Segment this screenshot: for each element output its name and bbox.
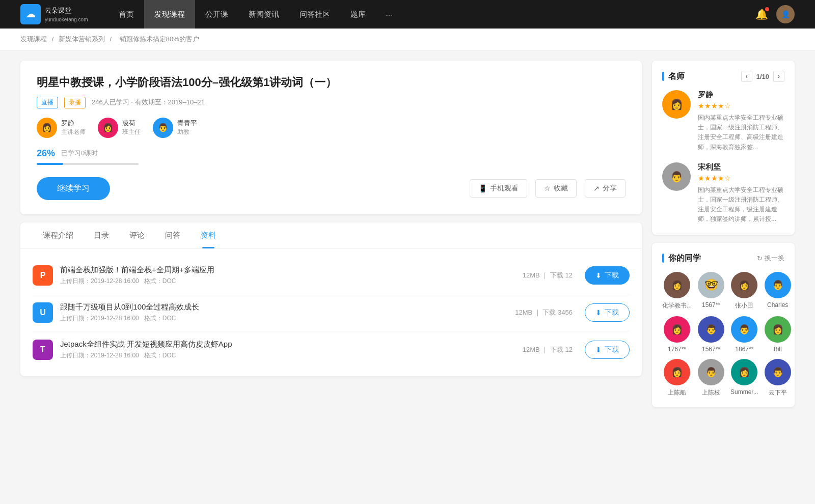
classmate-1[interactable]: 👩 化学教书... bbox=[662, 272, 692, 310]
star-icon: ☆ bbox=[544, 184, 551, 192]
sidebar-teachers-card: 名师 ‹ 1/10 › 👩 罗静 ★★★★☆ 国内某重点大学安全工程专业硕士，国… bbox=[652, 61, 795, 235]
classmate-3[interactable]: 👩 张小田 bbox=[730, 272, 758, 310]
teacher-2-avatar: 👩 bbox=[98, 118, 118, 138]
file-item-1: P 前端全栈加强版！前端全栈+全周期+多端应用 上传日期：2019-12-28 … bbox=[33, 257, 630, 294]
refresh-classmates-button[interactable]: ↻ 换一换 bbox=[757, 254, 784, 263]
breadcrumb-current: 销冠修炼术搞定80%的客户 bbox=[120, 35, 199, 43]
course-meta: 直播 录播 246人已学习 · 有效期至：2019–10–21 bbox=[37, 97, 626, 108]
logo-icon: ☁ bbox=[20, 4, 41, 24]
teacher-3-avatar: 👨 bbox=[153, 118, 173, 138]
mobile-icon: 📱 bbox=[478, 184, 487, 192]
sidebar-teacher-1-stars: ★★★★☆ bbox=[698, 102, 784, 110]
teacher-1-role: 主讲老师 bbox=[61, 128, 86, 136]
file-meta-3: 上传日期：2019-12-28 16:00 格式：DOC bbox=[60, 351, 523, 360]
progress-bar-bg bbox=[37, 163, 139, 165]
nav-item-quiz[interactable]: 题库 bbox=[340, 0, 376, 29]
tab-catalog[interactable]: 目录 bbox=[84, 222, 119, 248]
progress-label: 已学习0课时 bbox=[61, 149, 98, 158]
file-stats-2: 12MB ｜ 下载 3456 bbox=[515, 308, 573, 317]
logo[interactable]: ☁ 云朵课堂yunduoketang.com bbox=[20, 4, 88, 24]
classmate-7-avatar: 👨 bbox=[731, 316, 757, 343]
tabs-content: P 前端全栈加强版！前端全栈+全周期+多端应用 上传日期：2019-12-28 … bbox=[20, 249, 642, 376]
sidebar-teacher-1-desc: 国内某重点大学安全工程专业硕士，国家一级注册消防工程师、注册安全工程师、高级注册… bbox=[698, 113, 784, 152]
classmate-8-name: Bill bbox=[774, 346, 782, 353]
title-bar-icon bbox=[662, 72, 664, 81]
file-name-1: 前端全栈加强版！前端全栈+全周期+多端应用 bbox=[60, 265, 523, 275]
tab-comment[interactable]: 评论 bbox=[119, 222, 155, 248]
file-icon-1: P bbox=[33, 265, 53, 286]
progress-section: 26% 已学习0课时 bbox=[37, 148, 626, 165]
nav-item-discover[interactable]: 发现课程 bbox=[144, 0, 195, 29]
classmate-10[interactable]: 👨 上陈枝 bbox=[698, 359, 724, 397]
breadcrumb-series[interactable]: 新媒体营销系列 bbox=[59, 35, 105, 43]
file-name-3: Jetpack全组件实战 开发短视频应用高仿皮皮虾App bbox=[60, 340, 523, 349]
classmate-4-name: Charles bbox=[767, 301, 788, 309]
nav-item-more[interactable]: ··· bbox=[376, 0, 403, 29]
classmate-1-avatar: 👩 bbox=[664, 272, 690, 298]
classmate-5[interactable]: 👩 1767** bbox=[662, 316, 692, 353]
nav-item-open[interactable]: 公开课 bbox=[195, 0, 238, 29]
notification-bell[interactable]: 🔔 bbox=[755, 8, 768, 20]
classmate-5-name: 1767** bbox=[668, 346, 686, 353]
teachers-pagination: ‹ 1/10 › bbox=[741, 71, 784, 82]
download-button-2[interactable]: ⬇ 下载 bbox=[585, 303, 630, 322]
classmate-8-avatar: 👩 bbox=[765, 316, 791, 343]
classmate-12[interactable]: 👨 云下平 bbox=[765, 359, 791, 397]
badge-record: 录播 bbox=[64, 97, 86, 108]
download-button-3[interactable]: ⬇ 下载 bbox=[585, 341, 630, 359]
file-icon-2: U bbox=[33, 302, 53, 323]
sidebar-teacher-1-name: 罗静 bbox=[698, 90, 784, 100]
nav-right: 🔔 👤 bbox=[755, 5, 795, 23]
teacher-3: 👨 青青平 助教 bbox=[153, 118, 197, 138]
next-page-button[interactable]: › bbox=[773, 71, 784, 82]
classmate-2[interactable]: 🤓 1567** bbox=[698, 272, 724, 310]
classmate-6[interactable]: 👨 1567** bbox=[698, 316, 724, 353]
course-actions: 继续学习 📱 手机观看 ☆ 收藏 ↗ 分享 bbox=[37, 177, 626, 200]
classmate-4[interactable]: 👨 Charles bbox=[765, 272, 791, 310]
share-button[interactable]: ↗ 分享 bbox=[585, 179, 626, 198]
navbar: ☁ 云朵课堂yunduoketang.com 首页 发现课程 公开课 新闻资讯 … bbox=[0, 0, 815, 29]
classmate-8[interactable]: 👩 Bill bbox=[765, 316, 791, 353]
file-stats-1: 12MB ｜ 下载 12 bbox=[523, 271, 573, 280]
nav-item-news[interactable]: 新闻资讯 bbox=[238, 0, 289, 29]
tabs-header: 课程介绍 目录 评论 问答 资料 bbox=[20, 222, 642, 249]
breadcrumb-discover[interactable]: 发现课程 bbox=[20, 35, 47, 43]
content-area: 明星中教授课，小学阶段语法100分–强化级第1讲动词（一） 直播 录播 246人… bbox=[20, 61, 642, 415]
tab-materials[interactable]: 资料 bbox=[191, 222, 226, 248]
tab-intro[interactable]: 课程介绍 bbox=[33, 222, 84, 248]
teacher-3-role: 助教 bbox=[177, 128, 197, 136]
file-item-3: T Jetpack全组件实战 开发短视频应用高仿皮皮虾App 上传日期：2019… bbox=[33, 331, 630, 368]
nav-item-qa[interactable]: 问答社区 bbox=[289, 0, 340, 29]
classmates-title: 你的同学 bbox=[662, 253, 701, 264]
classmate-6-name: 1567** bbox=[702, 346, 720, 353]
teacher-2-name: 凌荷 bbox=[122, 119, 141, 128]
classmate-5-avatar: 👩 bbox=[664, 316, 690, 343]
classmates-title-bar bbox=[662, 254, 664, 263]
mobile-watch-button[interactable]: 📱 手机观看 bbox=[470, 179, 527, 198]
classmate-11[interactable]: 👩 Summer... bbox=[730, 359, 758, 397]
user-avatar[interactable]: 👤 bbox=[776, 5, 795, 23]
collect-button[interactable]: ☆ 收藏 bbox=[535, 179, 577, 198]
nav-item-home[interactable]: 首页 bbox=[108, 0, 144, 29]
classmate-12-avatar: 👨 bbox=[765, 359, 791, 385]
prev-page-button[interactable]: ‹ bbox=[741, 71, 752, 82]
file-stats-3: 12MB ｜ 下载 12 bbox=[523, 345, 573, 354]
tab-qa[interactable]: 问答 bbox=[155, 222, 191, 248]
sidebar-teacher-1: 👩 罗静 ★★★★☆ 国内某重点大学安全工程专业硕士，国家一级注册消防工程师、注… bbox=[662, 90, 784, 152]
file-meta-1: 上传日期：2019-12-28 16:00 格式：DOC bbox=[60, 277, 523, 286]
teacher-1-avatar: 👩 bbox=[37, 118, 57, 138]
classmate-2-name: 1567** bbox=[702, 301, 720, 309]
badge-live: 直播 bbox=[37, 97, 58, 108]
classmate-7[interactable]: 👨 1867** bbox=[730, 316, 758, 353]
teacher-2-role: 班主任 bbox=[122, 128, 141, 136]
classmate-12-name: 云下平 bbox=[769, 388, 787, 397]
download-button-1[interactable]: ⬇ 下载 bbox=[585, 266, 630, 285]
action-btns: 📱 手机观看 ☆ 收藏 ↗ 分享 bbox=[470, 179, 626, 198]
classmate-9[interactable]: 👩 上陈船 bbox=[662, 359, 692, 397]
classmate-2-avatar: 🤓 bbox=[698, 272, 724, 298]
sidebar-teacher-2: 👨 宋利坚 ★★★★☆ 国内某重点大学安全工程专业硕士，国家一级注册消防工程师、… bbox=[662, 162, 784, 225]
sidebar-classmates-card: 你的同学 ↻ 换一换 👩 化学教书... 🤓 1567** 👩 bbox=[652, 243, 795, 407]
continue-button[interactable]: 继续学习 bbox=[37, 177, 110, 200]
file-item-2: U 跟随千万级项目从0到100全过程高效成长 上传日期：2019-12-28 1… bbox=[33, 294, 630, 331]
nav-items: 首页 发现课程 公开课 新闻资讯 问答社区 题库 ··· bbox=[108, 0, 755, 29]
